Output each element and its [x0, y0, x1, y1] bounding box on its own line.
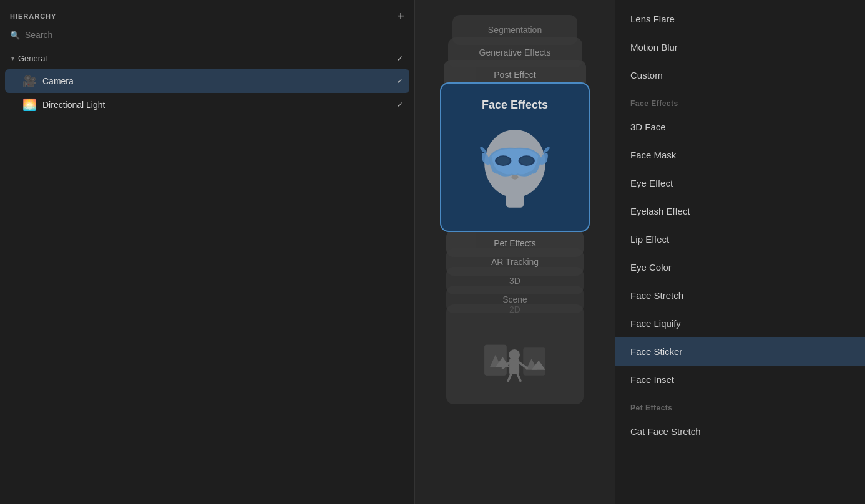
item-left-light: 🌅 Directional Light: [22, 98, 105, 112]
right-item-face-liquify[interactable]: Face Liquify: [615, 309, 865, 337]
directional-light-icon: 🌅: [22, 98, 36, 112]
svg-point-5: [520, 157, 533, 165]
svg-point-15: [509, 349, 520, 361]
hierarchy-item-camera[interactable]: 🎥 Camera ✓: [5, 69, 409, 93]
3d-label: 3D: [509, 276, 520, 286]
camera-checkmark: ✓: [397, 77, 403, 85]
svg-rect-1: [506, 193, 524, 207]
right-item-eye-effect[interactable]: Eye Effect: [615, 169, 865, 197]
segmentation-label: Segmentation: [488, 25, 542, 35]
general-group-row[interactable]: ▾ General ✓: [5, 47, 409, 69]
right-item-cat-face-stretch[interactable]: Cat Face Stretch: [615, 417, 865, 445]
right-item-motion-blur[interactable]: Motion Blur: [615, 33, 865, 61]
center-panel: Segmentation Generative Effects Post Eff…: [415, 0, 615, 504]
chevron-down-icon: ▾: [11, 55, 14, 62]
svg-line-18: [508, 374, 511, 381]
svg-line-19: [517, 374, 520, 381]
camera-icon: 🎥: [22, 74, 36, 88]
right-item-eyelash-effect[interactable]: Eyelash Effect: [615, 197, 865, 225]
group-label: General: [18, 54, 47, 63]
bottom-cards-stack: Pet Effects AR Tracking 3D Scene 2D: [428, 232, 602, 404]
post-effect-label: Post Effect: [494, 70, 535, 80]
right-item-face-inset[interactable]: Face Inset: [615, 366, 865, 394]
face-mask-illustration: [465, 117, 565, 216]
hierarchy-header: HIERARCHY +: [0, 0, 414, 30]
top-cards-stack: Segmentation Generative Effects Post Eff…: [428, 15, 602, 85]
scene-label: Scene: [502, 294, 527, 304]
right-item-custom[interactable]: Custom: [615, 61, 865, 89]
2d-card[interactable]: 2D: [446, 304, 584, 404]
svg-rect-11: [523, 347, 545, 375]
search-icon: 🔍: [10, 31, 20, 40]
svg-point-4: [497, 157, 510, 165]
right-item-eye-color[interactable]: Eye Color: [615, 253, 865, 281]
svg-point-6: [511, 175, 518, 180]
hierarchy-title: HIERARCHY: [10, 12, 56, 20]
pet-effects-card[interactable]: Pet Effects: [446, 230, 584, 257]
face-effects-card[interactable]: Face Effects: [440, 82, 590, 232]
pet-effects-section-header: Pet Effects: [615, 394, 865, 417]
right-item-face-sticker[interactable]: Face Sticker: [615, 337, 865, 366]
pet-effects-label: Pet Effects: [494, 238, 535, 248]
add-button[interactable]: +: [397, 10, 404, 22]
2d-illustration: [477, 319, 552, 398]
right-panel: Lens Flare Motion Blur Custom Face Effec…: [615, 0, 865, 504]
right-item-3d-face[interactable]: 3D Face: [615, 113, 865, 141]
item-left-camera: 🎥 Camera: [22, 74, 74, 88]
svg-rect-14: [509, 359, 519, 374]
face-effects-section-header: Face Effects: [615, 89, 865, 113]
right-item-face-mask[interactable]: Face Mask: [615, 141, 865, 169]
directional-light-label: Directional Light: [42, 100, 105, 110]
camera-label: Camera: [42, 76, 74, 86]
right-item-lens-flare[interactable]: Lens Flare: [615, 5, 865, 33]
hierarchy-item-directional-light[interactable]: 🌅 Directional Light ✓: [5, 93, 409, 117]
group-row-left: ▾ General: [11, 54, 47, 63]
ar-tracking-label: AR Tracking: [491, 257, 539, 267]
group-checkmark: ✓: [397, 54, 403, 63]
search-label[interactable]: Search: [25, 30, 52, 40]
right-item-face-stretch[interactable]: Face Stretch: [615, 281, 865, 309]
right-item-lip-effect[interactable]: Lip Effect: [615, 225, 865, 253]
hierarchy-panel: HIERARCHY + 🔍 Search ▾ General ✓ 🎥 Camer…: [0, 0, 415, 504]
search-row: 🔍 Search: [0, 30, 414, 47]
light-checkmark: ✓: [397, 100, 403, 109]
generative-effects-label: Generative Effects: [479, 47, 551, 57]
face-effects-label: Face Effects: [482, 99, 548, 112]
hierarchy-content: ▾ General ✓ 🎥 Camera ✓ 🌅 Directional Lig…: [0, 47, 414, 504]
